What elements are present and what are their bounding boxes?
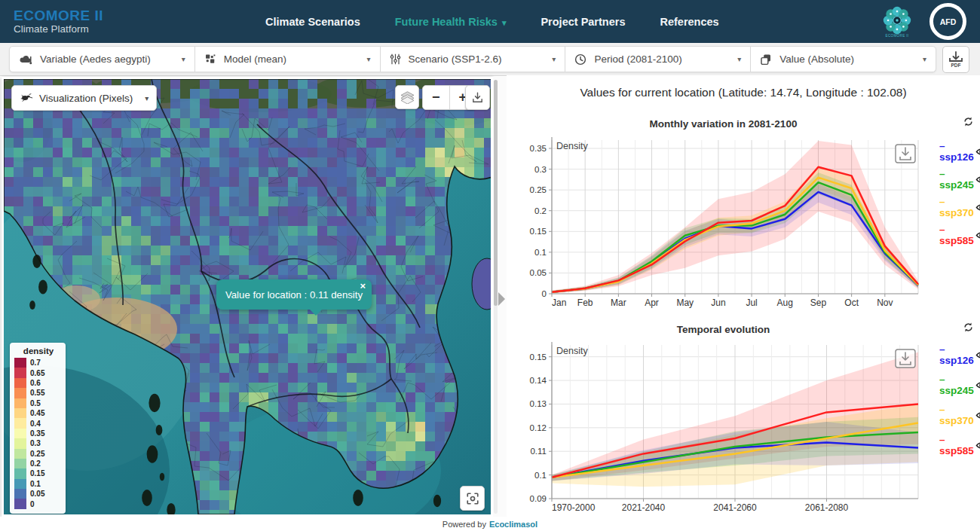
legend-row: 0.05 <box>14 489 63 499</box>
legend-tick-label: 0.45 <box>30 409 44 417</box>
filter-scenario-dropdown[interactable]: Scenario (SSP1-2.6)▾ <box>381 47 566 72</box>
download-icon <box>471 91 484 104</box>
scenario-icon <box>390 53 401 65</box>
layers-icon <box>400 91 415 104</box>
svg-text:0: 0 <box>542 289 547 298</box>
toggle-visibility-eye[interactable] <box>975 441 980 450</box>
filter-dropdown-label: Variable (Aedes aegypti) <box>40 53 151 65</box>
toggle-visibility-eye[interactable] <box>975 147 980 157</box>
temporal-chart-refresh-button[interactable] <box>963 322 974 336</box>
legend-row: 0.3 <box>14 438 63 448</box>
legend-row: 0.4 <box>14 418 63 428</box>
legend-swatch <box>14 459 26 468</box>
visualization-dropdown-label: Visualization (Pixels) <box>39 93 133 104</box>
temporal-evolution-chart[interactable]: 0.090.10.110.120.130.140.151970-20002021… <box>520 337 939 517</box>
nav-right: ECOMORE II AFD <box>881 3 966 40</box>
afd-logo[interactable]: AFD <box>929 3 966 40</box>
chart-download-button[interactable] <box>896 349 915 368</box>
filter-period-dropdown[interactable]: Period (2081-2100)▾ <box>565 47 751 72</box>
eye-icon <box>975 147 980 157</box>
eye-icon <box>975 350 980 360</box>
legend-tick-label: 0.35 <box>30 429 44 438</box>
map-legend-title: density <box>14 346 63 356</box>
filter-value-dropdown[interactable]: Value (Absolute)▾ <box>751 47 936 72</box>
map-download-button[interactable] <box>465 85 490 110</box>
filter-bar: Variable (Aedes aegypti)▾Model (mean)▾Sc… <box>0 43 980 76</box>
chevron-down-icon: ▾ <box>552 55 556 63</box>
svg-text:Jul: Jul <box>746 298 757 308</box>
eye-icon <box>975 203 980 212</box>
legend-item-ssp585[interactable]: –ssp585 <box>939 434 980 456</box>
toggle-visibility-eye[interactable] <box>975 175 980 185</box>
monthly-chart-legend: –ssp126–ssp245–ssp370–ssp585 <box>939 140 980 246</box>
svg-text:0.1: 0.1 <box>534 248 547 257</box>
filter-dropdown-label: Period (2081-2100) <box>594 53 681 65</box>
toggle-visibility-eye[interactable] <box>975 350 980 360</box>
svg-text:0.2: 0.2 <box>534 206 547 215</box>
legend-swatch <box>14 449 26 459</box>
legend-series-label: –ssp370 <box>939 196 974 218</box>
svg-text:Apr: Apr <box>645 298 659 308</box>
legend-series-label: –ssp126 <box>939 343 974 366</box>
nav-item-climate-scenarios[interactable]: Climate Scenarios <box>265 16 360 28</box>
monthly-chart-title: Monthly variation in 2081-2100 <box>522 118 925 130</box>
ecomore-logo[interactable]: ECOMORE II <box>881 5 913 38</box>
legend-item-ssp245[interactable]: –ssp245 <box>939 168 980 191</box>
legend-row: 0.5 <box>14 398 63 408</box>
layers-button[interactable] <box>395 85 419 109</box>
nav-item-references[interactable]: References <box>660 16 718 28</box>
variable-icon <box>19 53 32 65</box>
filter-dropdown-group: Variable (Aedes aegypti)▾Model (mean)▾Sc… <box>9 46 936 72</box>
legend-item-ssp126[interactable]: –ssp126 <box>939 140 980 163</box>
svg-text:0.14: 0.14 <box>530 376 547 385</box>
legend-item-ssp126[interactable]: –ssp126 <box>939 343 980 366</box>
monthly-chart-refresh-button[interactable] <box>963 116 974 130</box>
locate-button[interactable] <box>460 486 485 511</box>
app-subtitle: Climate Platform <box>14 24 103 35</box>
legend-swatch <box>14 388 26 398</box>
toggle-visibility-eye[interactable] <box>975 410 980 420</box>
temporal-chart-legend: –ssp126–ssp245–ssp370–ssp585 <box>939 343 980 456</box>
toggle-visibility-eye[interactable] <box>975 230 980 240</box>
monthly-variation-chart[interactable]: 00.050.10.150.20.250.30.35JanFebMarAprMa… <box>520 133 939 317</box>
svg-text:PDF: PDF <box>951 63 961 68</box>
map-scrollbar-thumb[interactable] <box>494 80 498 306</box>
legend-item-ssp370[interactable]: –ssp370 <box>939 196 980 218</box>
legend-item-ssp370[interactable]: –ssp370 <box>939 404 980 426</box>
filter-model-dropdown[interactable]: Model (mean)▾ <box>195 47 381 72</box>
eye-icon <box>975 230 980 240</box>
chevron-down-icon: ▾ <box>923 55 926 63</box>
visualization-dropdown[interactable]: Visualization (Pixels) ▾ <box>11 85 157 111</box>
app-logo[interactable]: ECOMORE II Climate Platform <box>14 8 103 35</box>
nav-item-label: Project Partners <box>541 16 625 28</box>
toggle-visibility-eye[interactable] <box>975 380 980 390</box>
legend-swatch <box>14 408 26 418</box>
svg-text:0.05: 0.05 <box>530 268 547 277</box>
legend-item-ssp245[interactable]: –ssp245 <box>939 374 980 396</box>
legend-swatch <box>14 429 26 438</box>
tooltip-close-icon[interactable]: × <box>360 280 366 291</box>
location-values-header: Values for current location (Latitude: 1… <box>507 86 980 99</box>
filter-dropdown-label: Scenario (SSP1-2.6) <box>409 53 502 65</box>
export-pdf-button[interactable]: PDF <box>942 46 969 73</box>
svg-text:0.35: 0.35 <box>530 144 547 153</box>
svg-text:0.11: 0.11 <box>530 447 547 456</box>
nav-item-future-health-risks[interactable]: Future Health Risks▾ <box>395 16 507 28</box>
map-canvas[interactable]: Visualization (Pixels) ▾ − + Value for l… <box>4 79 491 514</box>
tooltip-text: Value for location : 0.11 density <box>225 289 363 301</box>
legend-series-label: –ssp245 <box>939 168 974 191</box>
legend-tick-label: 0.25 <box>30 450 44 458</box>
filter-variable-dropdown[interactable]: Variable (Aedes aegypti)▾ <box>10 47 195 72</box>
svg-text:0.13: 0.13 <box>530 399 547 408</box>
legend-swatch <box>14 489 26 499</box>
chart-download-button[interactable] <box>896 145 915 163</box>
map-value-tooltip: Value for location : 0.11 density × <box>216 279 372 310</box>
legend-item-ssp585[interactable]: –ssp585 <box>939 224 980 246</box>
toggle-visibility-eye[interactable] <box>975 203 980 212</box>
collapse-panel-arrow[interactable] <box>498 292 505 306</box>
ecoclimasol-link[interactable]: Ecoclimasol <box>489 520 537 529</box>
zoom-out-button[interactable]: − <box>423 86 450 109</box>
nav-item-project-partners[interactable]: Project Partners <box>541 16 625 28</box>
nav-item-label: Climate Scenarios <box>265 16 360 28</box>
svg-text:Mar: Mar <box>611 298 626 308</box>
